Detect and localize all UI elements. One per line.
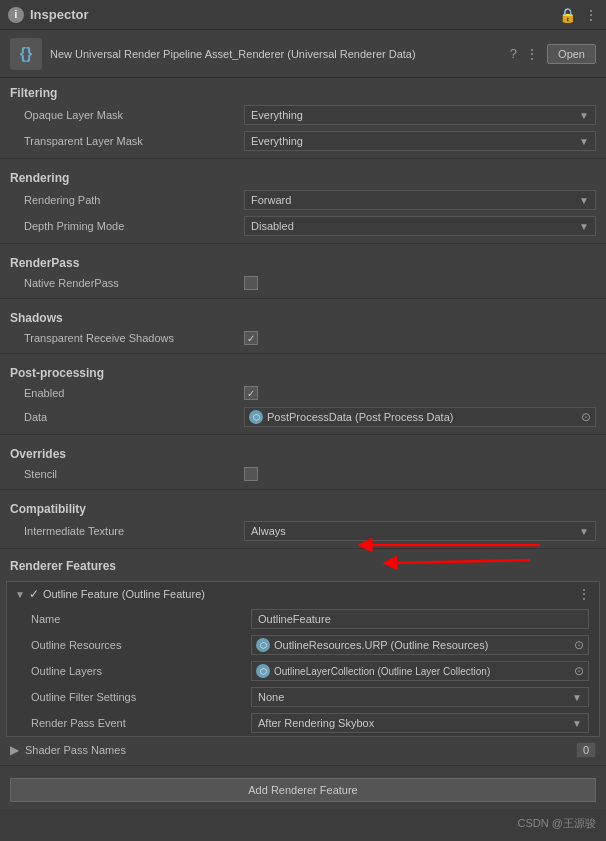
shader-pass-names-label: Shader Pass Names — [25, 744, 576, 756]
enabled-row: Enabled — [0, 382, 606, 404]
feature-collapse-arrow[interactable]: ▼ — [15, 589, 25, 600]
depth-priming-arrow: ▼ — [579, 221, 589, 232]
feature-name-row: Name — [7, 606, 599, 632]
outline-resources-field[interactable]: ⬡ OutlineResources.URP (Outline Resource… — [251, 635, 589, 655]
renderer-features-label: Renderer Features — [10, 559, 116, 573]
enabled-label: Enabled — [24, 387, 244, 399]
overrides-section-label: Overrides — [0, 439, 606, 463]
inspector-icon: i — [8, 7, 24, 23]
compatibility-section-label: Compatibility — [0, 494, 606, 518]
asset-icon: {} — [10, 38, 42, 70]
rendering-path-label: Rendering Path — [24, 194, 244, 206]
data-obj-field[interactable]: ⬡ PostProcessData (Post Process Data) ⊙ — [244, 407, 596, 427]
outline-filter-settings-row: Outline Filter Settings None ▼ — [7, 684, 599, 710]
outline-filter-arrow: ▼ — [572, 692, 582, 703]
filtering-section-label: Filtering — [0, 78, 606, 102]
asset-title: New Universal Render Pipeline Asset_Rend… — [50, 48, 510, 60]
open-button[interactable]: Open — [547, 44, 596, 64]
render-pass-event-label: Render Pass Event — [31, 717, 251, 729]
transparent-layer-mask-row: Transparent Layer Mask Everything ▼ — [0, 128, 606, 154]
title-bar-title: Inspector — [30, 7, 89, 22]
feature-checkmark[interactable]: ✓ — [29, 587, 39, 601]
feature-name: Outline Feature (Outline Feature) — [43, 588, 577, 600]
intermediate-texture-dropdown[interactable]: Always ▼ — [244, 521, 596, 541]
outline-layers-row: Outline Layers ⬡ OutlineLayerCollection … — [7, 658, 599, 684]
transparent-layer-mask-dropdown[interactable]: Everything ▼ — [244, 131, 596, 151]
transparent-receive-shadows-row: Transparent Receive Shadows — [0, 327, 606, 349]
title-bar-actions: 🔒 ⋮ — [559, 7, 598, 23]
data-label: Data — [24, 411, 244, 423]
transparent-receive-shadows-checkbox[interactable] — [244, 331, 258, 345]
opaque-layer-mask-dropdown[interactable]: Everything ▼ — [244, 105, 596, 125]
rendering-path-row: Rendering Path Forward ▼ — [0, 187, 606, 213]
depth-priming-mode-label: Depth Priming Mode — [24, 220, 244, 232]
question-icon[interactable]: ? — [510, 46, 517, 61]
intermediate-texture-row: Intermediate Texture Always ▼ — [0, 518, 606, 544]
rendering-section-label: Rendering — [0, 163, 606, 187]
outline-layers-icon: ⬡ — [256, 664, 270, 678]
opaque-layer-mask-row: Opaque Layer Mask Everything ▼ — [0, 102, 606, 128]
rendering-path-arrow: ▼ — [579, 195, 589, 206]
renderpass-section-label: RenderPass — [0, 248, 606, 272]
feature-item: ▼ ✓ Outline Feature (Outline Feature) ⋮ … — [6, 581, 600, 737]
shader-pass-names-arrow[interactable]: ▶ — [10, 743, 19, 757]
transparent-layer-mask-value[interactable]: Everything ▼ — [244, 131, 596, 151]
shadows-section-label: Shadows — [0, 303, 606, 327]
opaque-layer-mask-label: Opaque Layer Mask — [24, 109, 244, 121]
native-renderpass-row: Native RenderPass — [0, 272, 606, 294]
outline-layers-circle[interactable]: ⊙ — [574, 664, 584, 678]
depth-priming-mode-dropdown[interactable]: Disabled ▼ — [244, 216, 596, 236]
transparent-layer-mask-label: Transparent Layer Mask — [24, 135, 244, 147]
renderer-features-header: Renderer Features — [0, 553, 606, 579]
transparent-receive-shadows-label: Transparent Receive Shadows — [24, 332, 244, 344]
outline-layers-field[interactable]: ⬡ OutlineLayerCollection (Outline Layer … — [251, 661, 589, 681]
title-more-icon[interactable]: ⋮ — [584, 7, 598, 23]
native-renderpass-label: Native RenderPass — [24, 277, 244, 289]
outline-filter-settings-dropdown[interactable]: None ▼ — [251, 687, 589, 707]
intermediate-texture-label: Intermediate Texture — [24, 525, 244, 537]
shader-pass-names-count: 0 — [576, 742, 596, 758]
postprocessing-section-label: Post-processing — [0, 358, 606, 382]
title-bar: i Inspector 🔒 ⋮ — [0, 0, 606, 30]
inspector-content: Filtering Opaque Layer Mask Everything ▼… — [0, 78, 606, 809]
intermediate-texture-arrow: ▼ — [579, 526, 589, 537]
stencil-label: Stencil — [24, 468, 244, 480]
outline-resources-label: Outline Resources — [31, 639, 251, 651]
stencil-checkbox[interactable] — [244, 467, 258, 481]
asset-more-icon[interactable]: ⋮ — [525, 46, 539, 62]
native-renderpass-checkbox[interactable] — [244, 276, 258, 290]
outline-resources-row: Outline Resources ⬡ OutlineResources.URP… — [7, 632, 599, 658]
feature-name-label: Name — [31, 613, 251, 625]
outline-filter-settings-label: Outline Filter Settings — [31, 691, 251, 703]
watermark: CSDN @王源骏 — [518, 816, 596, 831]
transparent-dropdown-arrow: ▼ — [579, 136, 589, 147]
stencil-row: Stencil — [0, 463, 606, 485]
data-obj-icon: ⬡ — [249, 410, 263, 424]
outline-layers-label: Outline Layers — [31, 665, 251, 677]
outline-resources-circle[interactable]: ⊙ — [574, 638, 584, 652]
enabled-checkbox[interactable] — [244, 386, 258, 400]
add-renderer-feature-button[interactable]: Add Renderer Feature — [10, 778, 596, 802]
render-pass-event-row: Render Pass Event After Rendering Skybox… — [7, 710, 599, 736]
depth-priming-mode-row: Depth Priming Mode Disabled ▼ — [0, 213, 606, 239]
feature-header[interactable]: ▼ ✓ Outline Feature (Outline Feature) ⋮ — [7, 582, 599, 606]
rendering-path-dropdown[interactable]: Forward ▼ — [244, 190, 596, 210]
opaque-dropdown-arrow: ▼ — [579, 110, 589, 121]
feature-name-input[interactable] — [251, 609, 589, 629]
lock-icon[interactable]: 🔒 — [559, 7, 576, 23]
asset-header: {} New Universal Render Pipeline Asset_R… — [0, 30, 606, 78]
opaque-layer-mask-value[interactable]: Everything ▼ — [244, 105, 596, 125]
render-pass-event-arrow: ▼ — [572, 718, 582, 729]
asset-header-right: ? ⋮ Open — [510, 44, 596, 64]
data-row: Data ⬡ PostProcessData (Post Process Dat… — [0, 404, 606, 430]
feature-menu-icon[interactable]: ⋮ — [577, 586, 591, 602]
data-obj-circle[interactable]: ⊙ — [581, 410, 591, 424]
add-btn-row: Add Renderer Feature — [0, 770, 606, 809]
render-pass-event-dropdown[interactable]: After Rendering Skybox ▼ — [251, 713, 589, 733]
outline-resources-icon: ⬡ — [256, 638, 270, 652]
shader-pass-names-row: ▶ Shader Pass Names 0 — [0, 739, 606, 761]
